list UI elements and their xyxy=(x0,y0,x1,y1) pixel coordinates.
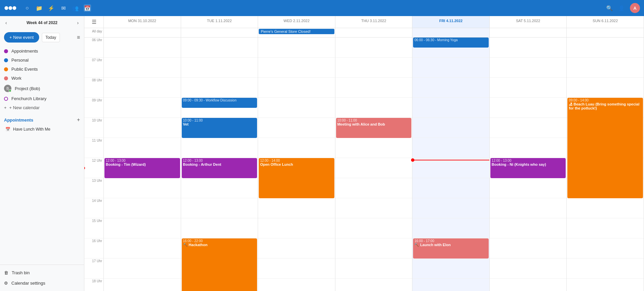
prev-week-button[interactable]: ‹ xyxy=(4,19,8,26)
sidebar-item-appointments[interactable]: Appointments ⇡ xyxy=(0,47,84,56)
day-header-sun: Sun 6.11.2022 xyxy=(567,16,644,28)
personal-dot xyxy=(4,58,8,62)
work-label: Work xyxy=(11,76,73,81)
day-col-sun: 09:00 - 14:00 🏖 Beach Luau (Bring someth… xyxy=(567,38,644,291)
nav-right: 🔍 👤 A xyxy=(606,3,640,13)
header-left-cell: ☰ xyxy=(84,16,104,28)
day-header-tue: Tue 1.11.2022 xyxy=(181,16,258,28)
event-open-office-lunch[interactable]: 12:00 - 14:00 Open Office Lunch xyxy=(259,158,334,198)
new-event-button[interactable]: + New event xyxy=(4,32,39,43)
fenchurch-dot xyxy=(4,97,8,101)
mail-nav-icon[interactable]: ✉ xyxy=(60,4,67,12)
event-booking-tim[interactable]: 12:00 - 13:00 Booking - Tim (Wizard) xyxy=(104,158,180,178)
public-events-dot xyxy=(4,67,8,71)
sidebar-item-personal[interactable]: Personal ⇡ xyxy=(0,56,84,65)
today-button[interactable]: Today xyxy=(42,33,60,42)
appointment-have-lunch[interactable]: 📅 Have Lunch With Me xyxy=(0,125,84,134)
public-events-label: Public Events xyxy=(11,67,72,72)
pierre-event[interactable]: Pierre's General Store Closed! xyxy=(259,29,334,34)
calendar-nav-icon[interactable]: 📅 xyxy=(84,4,91,12)
event-booking-arthur[interactable]: 12:00 - 13:00 Booking - Arthur Dent xyxy=(182,158,257,178)
all-day-tue xyxy=(181,28,258,37)
time-grid: 06 Uhr 07 Uhr 08 Uhr 09 Uhr 10 Uhr 11 Uh… xyxy=(84,38,644,291)
calendar-icon: 📅 xyxy=(5,127,10,132)
circle-nav-icon[interactable]: ○ xyxy=(23,4,31,12)
nav-icons: ○ 📁 ⚡ ✉ 👥 📅 xyxy=(23,4,91,12)
day-col-wed: 12:00 - 14:00 Open Office Lunch xyxy=(258,38,335,291)
calendar-main: ☰ Mon 31.10.2022 Tue 1.11.2022 Wed 2.11.… xyxy=(84,16,644,291)
hamburger-menu-icon[interactable]: ☰ xyxy=(92,19,96,25)
all-day-row: All day Pierre's General Store Closed! xyxy=(84,28,644,38)
nextcloud-logo[interactable] xyxy=(4,4,17,12)
trash-bin-item[interactable]: 🗑 Trash bin xyxy=(0,268,84,278)
activity-nav-icon[interactable]: ⚡ xyxy=(48,4,55,12)
sidebar-actions: + New event Today ≡ xyxy=(0,29,84,45)
event-hackathon[interactable]: 16:00 - 22:00 🔨 Hackathon xyxy=(182,238,257,291)
day-col-tue: 09:00 - 09:30 - Workflow Discussion 10:0… xyxy=(181,38,258,291)
all-day-thu xyxy=(335,28,413,37)
gear-icon: ⚙ xyxy=(4,281,8,286)
project-bob-label: Project (Bob) xyxy=(15,86,80,91)
event-beach-luau[interactable]: 09:00 - 14:00 🏖 Beach Luau (Bring someth… xyxy=(567,98,643,198)
sidebar-item-fenchurch[interactable]: Fenchurch Library xyxy=(0,94,84,103)
day-col-thu: 10:00 - 11:00 Meeting with Alice and Bob xyxy=(335,38,413,291)
appointments-dot xyxy=(4,49,8,53)
day-header-wed: Wed 2.11.2022 xyxy=(258,16,335,28)
day-header-fri: Fri 4.11.2022 xyxy=(412,16,490,28)
trash-icon: 🗑 xyxy=(4,270,8,275)
appointments-section: Appointments + 📅 Have Lunch With Me xyxy=(0,114,84,135)
add-appointment-icon[interactable]: + xyxy=(77,117,80,123)
day-col-fri: 06:00 - 06:30 - Morning Yoga 16:00 - 17:… xyxy=(412,38,490,291)
all-day-mon xyxy=(104,28,181,37)
all-day-fri xyxy=(412,28,490,37)
appointments-section-header: Appointments + xyxy=(0,115,84,125)
event-morning-yoga[interactable]: 06:00 - 06:30 - Morning Yoga xyxy=(413,38,489,48)
event-booking-ni[interactable]: 12:00 - 13:00 Booking - Ni (Knights who … xyxy=(490,158,566,178)
view-toggle-button[interactable]: ≡ xyxy=(77,34,80,41)
appointments-section-title: Appointments xyxy=(4,118,33,123)
trash-label: Trash bin xyxy=(12,270,30,275)
appointments-label: Appointments xyxy=(11,49,73,54)
calendar-scroll[interactable]: 06 Uhr 07 Uhr 08 Uhr 09 Uhr 10 Uhr 11 Uh… xyxy=(84,38,644,291)
next-week-button[interactable]: › xyxy=(76,19,80,26)
day-header-sat: Sat 5.11.2022 xyxy=(490,16,567,28)
add-icon: + xyxy=(4,105,7,110)
event-vet[interactable]: 10:00 - 11:00 Vet xyxy=(182,118,257,138)
settings-label: Calendar settings xyxy=(11,281,45,286)
main-layout: ‹ Week 44 of 2022 › + New event Today ≡ … xyxy=(0,16,644,291)
have-lunch-label: Have Lunch With Me xyxy=(13,127,50,132)
day-header-mon: Mon 31.10.2022 xyxy=(104,16,181,28)
new-calendar-label: + New calendar xyxy=(9,105,40,110)
event-launch-elon[interactable]: 16:00 - 17:00 🔨 Launch with Elon xyxy=(413,238,489,259)
files-nav-icon[interactable]: 📁 xyxy=(35,4,43,12)
user-avatar[interactable]: A xyxy=(630,3,640,13)
fenchurch-label: Fenchurch Library xyxy=(11,96,80,101)
contacts-nav-icon[interactable]: 👥 xyxy=(72,4,79,12)
sidebar-item-public-events[interactable]: Public Events 🔗 xyxy=(0,65,84,74)
week-label: Week 44 of 2022 xyxy=(26,20,58,25)
sidebar: ‹ Week 44 of 2022 › + New event Today ≡ … xyxy=(0,16,84,291)
event-meeting-alice-bob[interactable]: 10:00 - 11:00 Meeting with Alice and Bob xyxy=(336,118,412,138)
personal-label: Personal xyxy=(11,58,73,63)
calendar-settings-item[interactable]: ⚙ Calendar settings xyxy=(0,278,84,288)
calendar-list: Appointments ⇡ Personal ⇡ Public Events … xyxy=(0,45,84,114)
sidebar-item-project-bob[interactable]: B Project (Bob) xyxy=(0,83,84,94)
svg-point-2 xyxy=(13,6,16,10)
bob-indicator: B xyxy=(4,85,11,92)
work-dot xyxy=(4,76,8,80)
svg-point-1 xyxy=(9,6,12,10)
sidebar-item-work[interactable]: Work ⇡ xyxy=(0,74,84,83)
add-calendar-button[interactable]: + + New calendar xyxy=(0,103,84,112)
calendar-header: ☰ Mon 31.10.2022 Tue 1.11.2022 Wed 2.11.… xyxy=(84,16,644,28)
search-icon[interactable]: 🔍 xyxy=(606,4,613,12)
current-time-line xyxy=(412,160,489,160)
event-workflow[interactable]: 09:00 - 09:30 - Workflow Discussion xyxy=(182,98,257,108)
week-navigation: ‹ Week 44 of 2022 › xyxy=(0,16,84,29)
all-day-wed[interactable]: Pierre's General Store Closed! xyxy=(258,28,335,37)
sidebar-bottom: 🗑 Trash bin ⚙ Calendar settings xyxy=(0,265,84,291)
day-col-sat: 12:00 - 13:00 Booking - Ni (Knights who … xyxy=(490,38,567,291)
current-time-indicator xyxy=(84,167,85,169)
day-col-mon: 12:00 - 13:00 Booking - Tim (Wizard) xyxy=(104,38,181,291)
user-status-icon[interactable]: 👤 xyxy=(618,4,625,12)
bob-status-dot xyxy=(9,89,11,92)
